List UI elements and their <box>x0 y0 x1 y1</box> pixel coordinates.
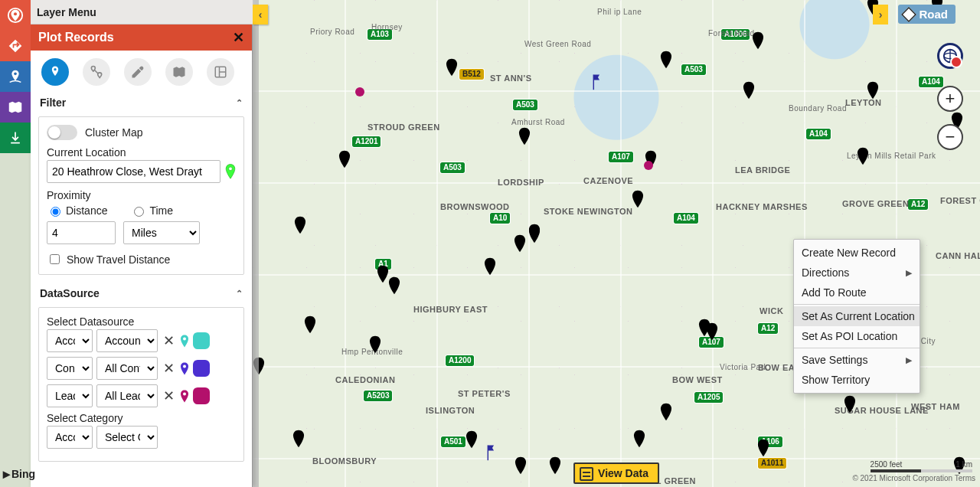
distance-radio-input[interactable] <box>51 207 60 217</box>
ds-view-select[interactable]: All Contacts <box>96 357 158 380</box>
filter-box: Cluster Map Current Location Proximity D… <box>38 116 244 275</box>
map-pin[interactable] <box>513 234 527 253</box>
zoom-in-button[interactable]: + <box>937 86 963 112</box>
map-pin[interactable] <box>465 430 479 449</box>
map-pin[interactable] <box>856 147 870 165</box>
place-label: LORDSHIP <box>498 178 544 187</box>
map-pin[interactable] <box>742 81 756 100</box>
map-pin[interactable] <box>303 315 317 334</box>
map-pin[interactable] <box>756 439 770 457</box>
ds-entity-select[interactable]: Lead <box>47 384 93 407</box>
map-pin[interactable] <box>843 395 857 413</box>
sidebar-poi-icon[interactable] <box>0 61 31 92</box>
ds-entity-select[interactable]: Account <box>47 329 93 352</box>
time-radio-input[interactable] <box>134 207 144 217</box>
ctx-show-territory[interactable]: Show Territory <box>794 370 920 390</box>
proximity-label: Proximity <box>47 189 236 201</box>
tool-pin-icon[interactable] <box>41 58 69 86</box>
map-flag-pin[interactable] <box>482 444 495 462</box>
locator-globe-icon[interactable] <box>937 43 963 69</box>
datasource-section-header[interactable]: DataSource ⌃ <box>31 283 252 304</box>
collapse-right-handle[interactable]: › <box>873 5 888 25</box>
road-badge: A12 <box>758 323 778 334</box>
proximity-time-radio[interactable]: Time <box>130 204 173 217</box>
distance-unit-select[interactable]: Miles <box>123 221 200 244</box>
road-badge: A1205 <box>694 392 723 403</box>
svg-point-2 <box>14 73 17 76</box>
map-pin[interactable] <box>338 150 351 168</box>
remove-ds-icon[interactable]: ✕ <box>162 332 176 349</box>
ds-color-swatch[interactable] <box>193 332 210 349</box>
category-view-select[interactable]: Select Cate <box>96 426 158 449</box>
ds-pin-icon <box>180 390 189 403</box>
sidebar-plot-icon[interactable] <box>0 0 31 31</box>
map-pin[interactable] <box>293 216 307 234</box>
map-pin[interactable] <box>387 276 401 295</box>
panel-scroll[interactable]: Filter ⌃ Cluster Map Current Location Pr… <box>31 92 252 487</box>
remove-ds-icon[interactable]: ✕ <box>162 360 176 377</box>
map-canvas[interactable]: Road + − Create New Record Directions▶ A… <box>253 0 980 487</box>
map-pin[interactable] <box>548 456 562 475</box>
ctx-save-settings[interactable]: Save Settings▶ <box>794 350 920 370</box>
map-pin[interactable] <box>632 430 646 448</box>
sidebar-territory-icon[interactable] <box>0 92 31 123</box>
cluster-map-toggle[interactable] <box>47 125 77 140</box>
tool-route-icon[interactable] <box>83 58 110 86</box>
map-pin[interactable] <box>368 335 382 354</box>
svg-point-6 <box>229 167 233 171</box>
show-travel-checkbox[interactable] <box>50 254 60 264</box>
close-icon[interactable]: ✕ <box>233 29 244 46</box>
map-pin[interactable] <box>866 81 880 100</box>
map-credits[interactable]: © 2021 Microsoft Corporation Terms <box>852 474 975 482</box>
tool-draw-icon[interactable] <box>124 58 152 86</box>
map-pin[interactable] <box>445 58 459 77</box>
remove-ds-icon[interactable]: ✕ <box>162 387 176 404</box>
submenu-arrow-icon: ▶ <box>906 268 912 278</box>
ds-entity-select[interactable]: Contact <box>47 357 93 380</box>
map-pin[interactable] <box>514 456 528 475</box>
ds-view-select[interactable]: Accounts - <box>96 329 158 352</box>
ds-color-swatch[interactable] <box>193 387 210 404</box>
filter-section-header[interactable]: Filter ⌃ <box>31 92 252 113</box>
ctx-create-new-record[interactable]: Create New Record <box>794 243 920 263</box>
sidebar-directions-icon[interactable] <box>0 31 31 61</box>
road-badge: A104 <box>674 213 698 224</box>
distance-value-input[interactable] <box>47 221 116 244</box>
map-pin[interactable] <box>528 224 541 242</box>
proximity-distance-radio[interactable]: Distance <box>47 204 107 217</box>
ctx-directions[interactable]: Directions▶ <box>794 263 920 283</box>
scale-bar: 2500 feet 1 km <box>871 460 972 469</box>
map-dot[interactable] <box>355 87 364 96</box>
map-dot[interactable] <box>644 161 653 170</box>
map-pin[interactable] <box>292 430 305 448</box>
grid-icon <box>580 467 593 481</box>
tool-region-icon[interactable] <box>165 58 193 86</box>
map-pin[interactable] <box>751 31 765 50</box>
map-flag-pin[interactable] <box>587 74 601 92</box>
map-pin[interactable] <box>518 127 531 145</box>
map-pin[interactable] <box>483 257 497 276</box>
ctx-set-current-location[interactable]: Set As Current Location <box>794 306 920 326</box>
map-pin[interactable] <box>631 190 645 208</box>
bing-label: Bing <box>11 468 35 480</box>
ctx-add-to-route[interactable]: Add To Route <box>794 283 920 302</box>
collapse-panel-handle[interactable]: ‹ <box>253 5 268 25</box>
panel-divider[interactable] <box>253 0 259 487</box>
map-style-road-chip[interactable]: Road <box>898 5 956 24</box>
place-label-small: Victoria Park <box>720 363 768 371</box>
map-pin[interactable] <box>659 403 673 421</box>
ds-color-swatch[interactable] <box>193 360 210 377</box>
datasource-label: DataSource <box>40 287 100 299</box>
current-location-input[interactable] <box>47 160 220 183</box>
sidebar-download-icon[interactable] <box>0 123 31 153</box>
tool-template-icon[interactable] <box>207 58 234 86</box>
ctx-set-poi-location[interactable]: Set As POI Location <box>794 326 920 346</box>
road-badge: A107 <box>609 152 633 162</box>
map-pin[interactable] <box>659 51 673 69</box>
category-entity-select[interactable]: Account <box>47 426 93 449</box>
zoom-out-button[interactable]: − <box>937 124 963 150</box>
map-pin[interactable] <box>697 319 711 337</box>
ds-view-select[interactable]: All Leads <box>96 384 158 407</box>
view-data-button[interactable]: View Data <box>573 462 659 484</box>
cluster-map-label: Cluster Map <box>85 126 142 139</box>
